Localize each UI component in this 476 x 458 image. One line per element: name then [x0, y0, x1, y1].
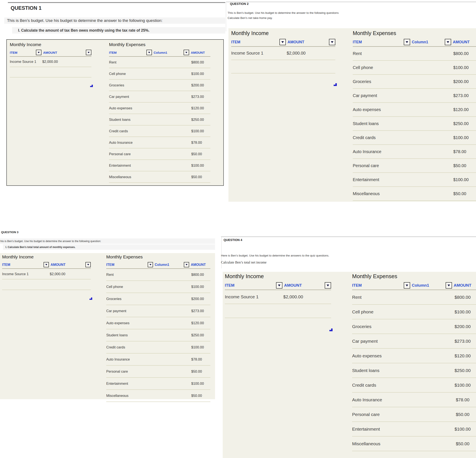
column-header-item: ITEM — [109, 51, 146, 54]
expense-row: Cell phone$100.00 — [352, 305, 476, 319]
expense-row: Entertainment$100.00 — [109, 160, 210, 171]
monthly-expenses-table: Monthly Expenses ITEM Column1 AMOUNT Ren… — [353, 30, 476, 201]
expenses-table-header: ITEM Column1 AMOUNT — [109, 50, 210, 57]
expense-amount: $100.00 — [441, 309, 476, 315]
expense-item-label: Auto expenses — [109, 106, 191, 110]
column-header-column1: Column1 — [412, 283, 446, 288]
expense-row: Miscellaneous$50.00 — [352, 437, 476, 451]
question-4-section: QUESTION 4 Here is Ben’s budget. Use his… — [221, 237, 476, 458]
expenses-table-title: Monthly Expenses — [352, 273, 476, 280]
expense-row: Student loans$250.00 — [353, 117, 476, 131]
income-empty-row — [231, 60, 335, 74]
expense-row: Car payment$273.00 — [106, 305, 210, 317]
expense-row: Credit cards$100.00 — [109, 125, 210, 137]
expense-amount: $273.00 — [453, 93, 476, 98]
filter-dropdown-icon[interactable] — [404, 39, 410, 45]
expense-amount: $200.00 — [441, 324, 476, 329]
filter-dropdown-icon[interactable] — [446, 282, 452, 289]
expense-item-label: Rent — [106, 273, 191, 277]
income-amount: $2,000.00 — [42, 60, 91, 64]
filter-dropdown-icon[interactable] — [86, 50, 91, 55]
expense-row: Student loans$250.00 — [109, 114, 210, 125]
expense-item-label: Entertainment — [106, 382, 191, 386]
expense-row: Rent$800.00 — [352, 290, 476, 305]
expense-amount: $78.00 — [191, 141, 210, 145]
expense-row: Miscellaneous$50.00 — [109, 171, 210, 183]
filter-dropdown-icon[interactable] — [184, 50, 189, 55]
expense-amount: $800.00 — [441, 295, 476, 300]
expenses-table-header: ITEM Column1 AMOUNT — [106, 262, 210, 269]
expense-item-label: Personal care — [106, 369, 191, 374]
expense-row: Auto Insurance$78.00 — [109, 137, 210, 149]
income-table-header: ITEM AMOUNT — [10, 50, 91, 57]
question-title: QUESTION 2 — [230, 2, 249, 6]
income-item-label: Income Source 1 — [231, 51, 287, 56]
expense-item-label: Cell phone — [353, 65, 453, 70]
caret-down-icon — [87, 264, 89, 266]
filter-dropdown-icon[interactable] — [85, 262, 91, 267]
top-divider — [226, 2, 476, 2]
expense-row: Miscellaneous$50.00 — [353, 187, 476, 201]
expense-row: Groceries$200.00 — [352, 319, 476, 334]
question-1-section: QUESTION 1 This is Ben’s budget. Use his… — [0, 0, 226, 192]
expense-item-label: Groceries — [109, 83, 191, 87]
income-item-label: Income Source 1 — [10, 60, 42, 64]
expense-item-label: Groceries — [353, 79, 453, 84]
caret-down-icon — [327, 284, 329, 286]
column-header-amount: AMOUNT — [43, 51, 86, 54]
monthly-income-table: Monthly Income ITEM AMOUNT Income Source… — [2, 254, 91, 300]
expense-row: Entertainment$100.00 — [106, 378, 210, 390]
expense-row: Auto Insurance$78.00 — [106, 354, 210, 366]
expense-amount: $100.00 — [191, 72, 210, 76]
expense-rows: Rent$800.00Cell phone$100.00Groceries$20… — [109, 57, 210, 183]
column-header-column1: Column1 — [155, 263, 184, 267]
expenses-table-header: ITEM Column1 AMOUNT — [353, 39, 476, 47]
expense-amount: $800.00 — [191, 60, 210, 64]
column-header-amount: AMOUNT — [453, 40, 476, 44]
filter-dropdown-icon[interactable] — [404, 282, 410, 289]
expense-amount: $120.00 — [441, 353, 476, 358]
income-table-title: Monthly Income — [231, 30, 335, 36]
filter-dropdown-icon[interactable] — [184, 262, 189, 267]
income-row: Income Source 1 $2,000.00 — [10, 57, 91, 67]
question-instruction: I. Calculate Ben’s total total amount of… — [3, 244, 215, 250]
caret-down-icon — [185, 52, 187, 53]
expense-row: Groceries$200.00 — [106, 293, 210, 305]
filter-dropdown-icon[interactable] — [280, 39, 286, 45]
expense-amount: $120.00 — [191, 321, 210, 325]
expense-row: Entertainment$100.00 — [352, 422, 476, 437]
filter-dropdown-icon[interactable] — [445, 39, 451, 45]
expense-row: Rent$800.00 — [353, 47, 476, 61]
expenses-table-header: ITEM Column1 AMOUNT — [352, 282, 476, 290]
filter-dropdown-icon[interactable] — [276, 282, 282, 289]
expense-amount: $250.00 — [441, 368, 476, 373]
filter-dropdown-icon[interactable] — [43, 262, 49, 267]
expense-item-label: Cell phone — [106, 285, 191, 289]
expense-amount: $50.00 — [191, 369, 210, 374]
filter-dropdown-icon[interactable] — [36, 50, 42, 55]
expense-amount: $100.00 — [191, 129, 210, 133]
expense-amount: $100.00 — [191, 345, 210, 349]
expense-row: Student loans$250.00 — [106, 329, 210, 341]
expense-item-label: Auto expenses — [352, 353, 441, 358]
filter-dropdown-icon[interactable] — [325, 282, 331, 289]
column-header-column1: Column1 — [412, 40, 445, 44]
filter-dropdown-icon[interactable] — [329, 39, 335, 45]
expense-item-label: Student loans — [353, 121, 453, 126]
income-item-label: Income Source 1 — [2, 272, 50, 276]
income-table-header: ITEM AMOUNT — [231, 39, 335, 47]
income-table-header: ITEM AMOUNT — [2, 262, 91, 269]
expense-row: Auto Insurance$78.00 — [353, 145, 476, 159]
top-divider — [8, 2, 225, 3]
expense-item-label: Auto Insurance — [106, 357, 191, 361]
expense-item-label: Rent — [352, 295, 441, 300]
filter-dropdown-icon[interactable] — [146, 50, 152, 55]
expense-row: Auto expenses$120.00 — [109, 103, 210, 114]
expense-item-label: Groceries — [352, 324, 441, 329]
expense-row: Car payment$273.00 — [352, 334, 476, 349]
income-amount: $2,000.00 — [287, 51, 335, 56]
filter-dropdown-icon[interactable] — [148, 262, 153, 267]
caret-down-icon — [447, 41, 449, 43]
column-header-amount: AMOUNT — [284, 283, 325, 288]
caret-down-icon — [186, 264, 188, 266]
